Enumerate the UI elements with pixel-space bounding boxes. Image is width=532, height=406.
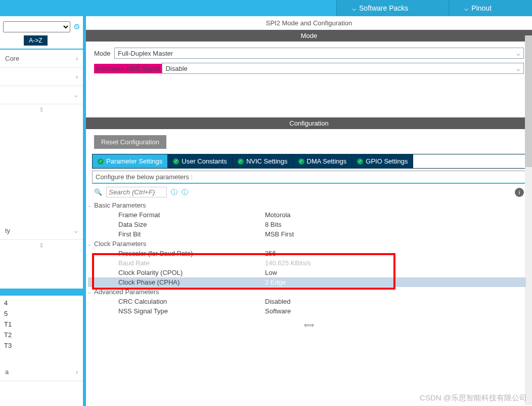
sidebar-item-5[interactable]: 5 — [0, 308, 83, 319]
tab-nvic-settings[interactable]: ✓NVIC Settings — [233, 154, 293, 168]
sidebar-item-t1[interactable]: T1 — [0, 319, 83, 330]
group-advanced-parameters[interactable]: ⌵Advanced Parameters — [88, 287, 526, 297]
vertical-scrollbar[interactable] — [525, 35, 532, 405]
param-frame-format[interactable]: Frame FormatMotorola — [88, 210, 526, 220]
drag-handle-icon[interactable]: ⇕ — [0, 104, 83, 115]
param-baud-rate: Baud Rate140.625 KBits/s — [88, 258, 526, 268]
chevron-down-icon: ⌵ — [88, 241, 91, 247]
search-input[interactable] — [106, 187, 167, 197]
sidebar-item-t3[interactable]: T3 — [0, 340, 83, 351]
top-menu-bar: ⌵Software Packs ⌵Pinout — [0, 0, 532, 16]
group-clock-parameters[interactable]: ⌵Clock Parameters — [88, 239, 526, 249]
menu-software-packs[interactable]: ⌵Software Packs — [336, 0, 449, 16]
drag-handle-icon[interactable]: ⇕ — [0, 240, 83, 251]
panel-title: SPI2 Mode and Configuration — [86, 16, 532, 30]
chevron-down-icon: ⌵ — [88, 289, 91, 295]
nss-label: Hardware NSS Signal — [94, 64, 162, 73]
main-panel: SPI2 Mode and Configuration Mode Mode Fu… — [86, 16, 532, 406]
param-nss-signal-type[interactable]: NSS Signal TypeSoftware — [88, 306, 526, 316]
search-icon[interactable]: 🔍 — [94, 188, 102, 196]
sidebar: ⚙ A->Z Core› › ⌵ ⇕ ty⌵ ⇕ 4 5 T1 T2 T3 a› — [0, 16, 86, 406]
param-clock-polarity[interactable]: Clock Polarity (CPOL)Low — [88, 268, 526, 277]
chevron-down-icon: ⌵ — [74, 227, 78, 234]
watermark-text: CSDN @乐思智能科技有限公司 — [420, 393, 527, 403]
sidebar-cat-ty[interactable]: ty⌵ — [0, 222, 83, 240]
sidebar-cat-3[interactable]: ⌵ — [0, 86, 83, 104]
tab-parameter-settings[interactable]: ✓Parameter Settings — [93, 154, 168, 168]
check-icon: ✓ — [98, 158, 104, 165]
chevron-down-icon: ⌵ — [516, 65, 520, 72]
resize-horizontal-icon[interactable]: ⟺ — [86, 321, 532, 329]
mode-bar: Mode — [86, 30, 532, 42]
config-tabs: ✓Parameter Settings ✓User Constants ✓NVI… — [92, 154, 526, 169]
mode-label: Mode — [94, 50, 114, 57]
chevron-down-icon: ⌵ — [464, 4, 468, 12]
mode-select[interactable]: Full-Duplex Master⌵ — [114, 48, 524, 59]
sidebar-selected-highlight — [0, 289, 83, 296]
tab-user-constants[interactable]: ✓User Constants — [168, 154, 233, 168]
sidebar-item-t2[interactable]: T2 — [0, 330, 83, 340]
chevron-down-icon: ⌵ — [352, 4, 356, 12]
chevron-down-icon: ⌵ — [74, 91, 78, 99]
sidebar-cat-2[interactable]: › — [0, 68, 83, 86]
info-icon[interactable]: i — [515, 188, 524, 197]
tab-dma-settings[interactable]: ✓DMA Settings — [293, 154, 352, 168]
chevron-right-icon: › — [76, 368, 78, 376]
check-icon: ✓ — [238, 158, 244, 165]
menu-pinout[interactable]: ⌵Pinout — [449, 0, 532, 16]
sort-tab-az[interactable]: A->Z — [24, 35, 47, 46]
param-data-size[interactable]: Data Size8 Bits — [88, 220, 526, 229]
sidebar-cat-a[interactable]: a› — [0, 363, 83, 381]
param-crc-calculation[interactable]: CRC CalculationDisabled — [88, 297, 526, 306]
chevron-right-icon: › — [76, 73, 78, 80]
sidebar-item-4[interactable]: 4 — [0, 298, 83, 308]
nss-select[interactable]: Disable⌵ — [162, 63, 524, 74]
configuration-bar: Configuration — [86, 117, 532, 129]
sidebar-filter-select[interactable] — [3, 21, 70, 32]
parameter-tree: ⌵Basic Parameters Frame FormatMotorola D… — [88, 200, 526, 316]
search-next-icon[interactable]: ⓘ — [182, 188, 188, 197]
search-prev-icon[interactable]: ⓘ — [171, 188, 178, 197]
gear-icon[interactable]: ⚙ — [73, 22, 80, 31]
group-basic-parameters[interactable]: ⌵Basic Parameters — [88, 200, 526, 210]
param-prescaler[interactable]: Prescaler (for Baud Rate)256 — [88, 249, 526, 258]
sort-tab-categories[interactable] — [7, 35, 24, 46]
chevron-right-icon: › — [76, 55, 78, 62]
chevron-down-icon: ⌵ — [516, 50, 520, 57]
chevron-down-icon: ⌵ — [88, 202, 91, 208]
check-icon: ✓ — [173, 158, 179, 165]
sidebar-cat-core[interactable]: Core› — [0, 50, 83, 68]
reset-configuration-button[interactable]: Reset Configuration — [94, 135, 166, 149]
tab-gpio-settings[interactable]: ✓GPIO Settings — [352, 154, 413, 168]
configure-description: Configure the below parameters : — [92, 171, 526, 184]
param-first-bit[interactable]: First BitMSB First — [88, 229, 526, 239]
check-icon: ✓ — [357, 158, 363, 165]
check-icon: ✓ — [298, 158, 304, 165]
param-clock-phase[interactable]: Clock Phase (CPHA)2 Edge — [88, 277, 526, 287]
